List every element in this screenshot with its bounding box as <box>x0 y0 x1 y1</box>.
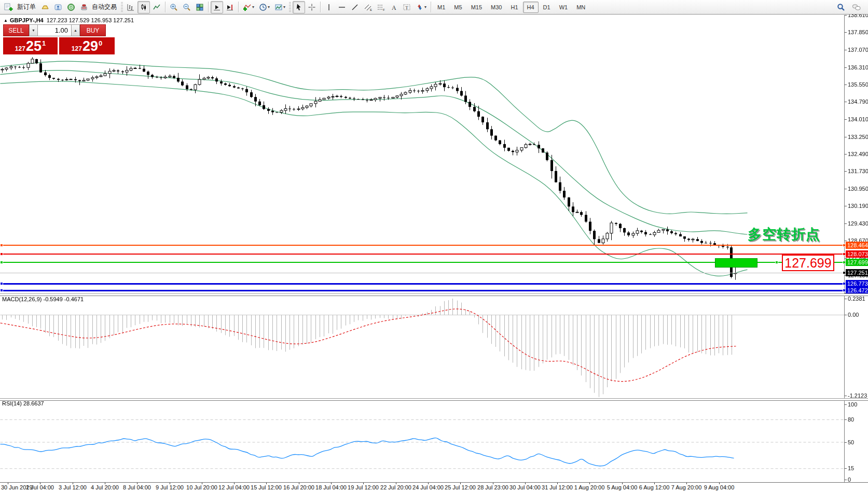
macd-canvas[interactable] <box>0 295 844 398</box>
level-line-handle[interactable] <box>0 252 3 256</box>
bar-open: 127.223 <box>47 17 67 23</box>
buy-button[interactable]: BUY <box>80 24 106 36</box>
volume-increase-button[interactable]: ▲ <box>71 24 80 36</box>
price-tick-mark <box>845 15 847 16</box>
volume-input[interactable] <box>38 24 71 36</box>
pane-separator[interactable] <box>0 293 868 296</box>
time-tick-label: 4 Jul 20:00 <box>91 484 119 490</box>
price-tick-label: 134.790 <box>848 99 868 105</box>
equidistant-channel-button[interactable]: E <box>362 1 374 13</box>
rsi-tick-mark <box>845 442 847 443</box>
search-button[interactable] <box>835 1 847 13</box>
time-tick-label: 24 Jul 04:00 <box>412 484 444 490</box>
arrows-button[interactable]: ▾ <box>414 1 429 13</box>
rsi-tick-label: 80 <box>848 416 854 423</box>
volume-decrease-button[interactable]: ▼ <box>29 24 38 36</box>
gold-ingot-button[interactable] <box>39 1 51 13</box>
timeframe-w1[interactable]: W1 <box>555 2 572 13</box>
text-label-button[interactable]: T <box>401 1 413 13</box>
pane-separator[interactable] <box>0 398 868 401</box>
chat-button[interactable] <box>850 1 863 13</box>
level-line-handle[interactable] <box>0 244 3 247</box>
indicators-button[interactable]: ▾ <box>241 1 256 13</box>
level-line-handle[interactable] <box>0 282 3 285</box>
bar-close: 127.251 <box>113 17 134 23</box>
new-order-label[interactable]: 新订单 <box>16 3 38 11</box>
new-order-button[interactable] <box>2 1 16 13</box>
vertical-line-button[interactable] <box>323 1 335 13</box>
bar-chart-button[interactable] <box>125 1 137 13</box>
line-chart-button[interactable] <box>150 1 163 13</box>
rsi-tick-mark <box>845 468 847 469</box>
sell-price[interactable]: 127 25 1 <box>3 37 58 54</box>
price-tick-mark <box>845 223 847 224</box>
tile-windows-button[interactable] <box>194 1 206 13</box>
chevron-down-icon: ▾ <box>424 5 426 9</box>
bar-chart-icon <box>127 3 135 11</box>
highlight-zone[interactable] <box>715 258 757 268</box>
level-line-126.773[interactable] <box>0 283 844 285</box>
callout-connector-handle <box>775 261 778 264</box>
level-line-128.464[interactable] <box>0 245 844 246</box>
time-tick-label: 28 Jul 23:00 <box>477 484 508 490</box>
navigator-button[interactable] <box>52 1 64 13</box>
auto-trading-label[interactable]: 自动交易 <box>91 3 119 11</box>
timeframe-m5[interactable]: M5 <box>450 2 466 13</box>
bar-low: 126.953 <box>91 17 112 23</box>
trendline-button[interactable] <box>349 1 361 13</box>
time-axis[interactable]: 30 Jun 20192 Jul 04:003 Jul 12:004 Jul 2… <box>0 482 868 491</box>
zoom-in-icon <box>170 3 178 11</box>
horizontal-line-button[interactable] <box>336 1 348 13</box>
price-tick-mark <box>845 85 847 85</box>
annotation-text[interactable]: 多空转折点 <box>748 225 820 244</box>
fibonacci-button[interactable]: F <box>375 1 387 13</box>
svg-text:T: T <box>405 5 408 10</box>
timeframe-h4[interactable]: H4 <box>523 2 539 13</box>
price-tick-mark <box>845 154 847 155</box>
tile-windows-icon <box>196 3 204 11</box>
price-badge-126.773-marker <box>843 282 846 285</box>
level-line-handle[interactable] <box>0 261 3 264</box>
auto-scroll-button[interactable] <box>211 1 223 13</box>
price-badge-128.073-marker <box>843 252 846 256</box>
rsi-tick-mark <box>845 480 847 480</box>
cursor-button[interactable] <box>293 1 305 13</box>
templates-button[interactable]: ▾ <box>272 1 287 13</box>
timeframe-h1[interactable]: H1 <box>506 2 522 13</box>
price-tick-mark <box>845 119 847 120</box>
auto-scroll-icon <box>213 3 221 11</box>
text-button[interactable]: A <box>388 1 400 13</box>
price-callout-box[interactable]: 127.699 <box>782 255 834 271</box>
svg-text:F: F <box>383 8 385 11</box>
chart-shift-button[interactable] <box>224 1 236 13</box>
candlestick-button[interactable] <box>137 1 150 13</box>
zoom-out-icon <box>183 3 191 11</box>
timeframe-m1[interactable]: M1 <box>433 2 449 13</box>
sell-button[interactable]: SELL <box>3 24 29 36</box>
price-axis[interactable]: 138.610137.850137.070136.310135.550134.7… <box>844 15 868 482</box>
timeframe-m30[interactable]: M30 <box>487 2 506 13</box>
zoom-in-button[interactable] <box>168 1 180 13</box>
time-tick-label: 9 Aug 04:00 <box>704 484 735 490</box>
time-tick-label: 12 Jul 04:00 <box>218 484 250 490</box>
level-line-handle[interactable] <box>0 289 3 292</box>
level-line-126.472[interactable] <box>0 290 844 291</box>
candlestick-icon <box>140 3 148 11</box>
macd-label: MACD(12,26,9) -0.5949 -0.4671 <box>2 296 84 302</box>
zoom-out-button[interactable] <box>181 1 193 13</box>
timeframe-d1[interactable]: D1 <box>539 2 555 13</box>
level-line-128.073[interactable] <box>0 254 844 255</box>
rsi-canvas[interactable] <box>0 400 844 482</box>
price-chart-canvas[interactable] <box>0 15 844 293</box>
price-tick-label: 132.490 <box>848 151 868 157</box>
periods-button[interactable]: ▾ <box>257 1 272 13</box>
buy-price[interactable]: 127 29 0 <box>59 37 115 54</box>
toolbar-separator <box>320 2 321 12</box>
signal-button[interactable] <box>65 1 77 13</box>
gold-ingot-icon <box>41 3 49 11</box>
timeframe-m15[interactable]: M15 <box>467 2 486 13</box>
collapse-panel-icon[interactable]: ▲ <box>4 18 8 23</box>
timeframe-mn[interactable]: MN <box>572 2 589 13</box>
crosshair-button[interactable] <box>306 1 318 13</box>
auto-trading-button[interactable] <box>78 1 90 13</box>
